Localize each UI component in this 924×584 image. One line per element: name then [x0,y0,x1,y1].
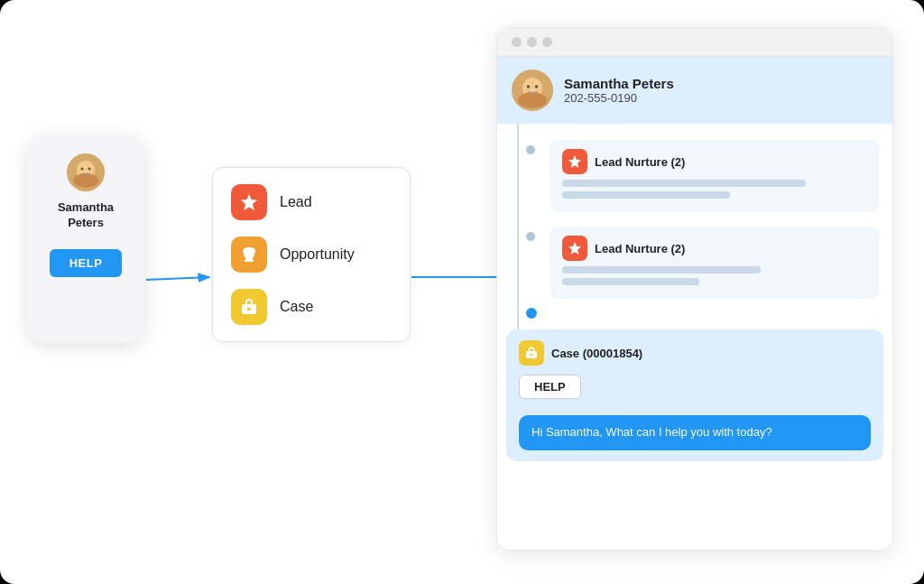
timeline-item-case-dot [497,306,892,320]
timeline-card-2-title: Lead Nurture (2) [595,242,685,255]
timeline-lead-icon-1 [562,149,587,174]
case-icon [231,289,267,325]
timeline-item-2: Lead Nurture (2) [497,219,892,306]
case-label: Case [280,299,313,315]
timeline-card-2: Lead Nurture (2) [550,227,880,299]
crm-name-block: Samantha Peters 202-555-0190 [564,76,674,105]
crm-contact-header: Samantha Peters 202-555-0190 [497,57,892,124]
crm-timeline: Lead Nurture (2) [497,124,892,329]
lead-icon [231,184,267,220]
case-section-icon [519,340,544,366]
browser-window: Samantha Peters 202-555-0190 [496,27,893,551]
svg-marker-7 [241,194,257,210]
scene: Samantha Peters HELP Lead Opportunity [0,0,924,584]
svg-point-14 [518,92,547,108]
timeline-dot-2 [524,230,537,243]
timeline-card-1-line-1 [562,180,806,187]
case-reply-bubble: Hi Samantha, What can I help you with to… [519,415,871,450]
timeline-lead-icon-2 [562,236,587,261]
menu-item-lead[interactable]: Lead [231,184,392,220]
crm-contact-name: Samantha Peters [564,76,674,91]
lead-label: Lead [280,194,312,210]
phone-contact-name: Samantha Peters [40,200,132,231]
timeline-dot-active [524,306,539,320]
browser-dot-3 [542,37,552,47]
opportunity-icon [231,236,267,273]
timeline-card-2-header: Lead Nurture (2) [562,236,867,261]
browser-dot-1 [512,37,522,47]
phone-help-button[interactable]: HELP [50,249,123,277]
svg-point-4 [73,173,98,188]
case-section: Case (00001854) HELP Hi Samantha, What c… [506,329,883,461]
svg-marker-17 [568,155,581,168]
svg-point-15 [527,85,530,88]
case-help-button: HELP [519,375,581,399]
svg-marker-18 [568,242,581,255]
svg-point-6 [88,168,91,171]
svg-rect-9 [245,260,254,262]
crm-avatar [512,70,553,111]
timeline-card-1-header: Lead Nurture (2) [562,149,867,174]
browser-dot-2 [527,37,537,47]
menu-item-opportunity[interactable]: Opportunity [231,236,392,273]
crm-content: Samantha Peters 202-555-0190 [497,57,892,470]
crm-contact-phone: 202-555-0190 [564,91,674,105]
case-header: Case (00001854) [519,340,871,366]
timeline-card-1-title: Lead Nurture (2) [595,155,685,169]
browser-chrome [497,28,892,57]
timeline-card-2-line-2 [562,278,699,285]
timeline-dot-1 [524,144,537,156]
svg-rect-8 [245,257,253,260]
case-section-title: Case (00001854) [551,347,642,360]
phone-avatar [67,153,105,191]
svg-line-1 [146,277,209,280]
svg-rect-20 [531,354,533,356]
svg-point-16 [535,85,538,88]
svg-rect-11 [247,308,251,311]
phone-mockup: Samantha Peters HELP [27,135,144,343]
timeline-item-1: Lead Nurture (2) [497,133,892,219]
timeline-card-1: Lead Nurture (2) [550,140,880,212]
opportunity-label: Opportunity [280,246,355,263]
timeline-card-1-line-2 [562,191,730,199]
svg-point-5 [81,168,84,171]
timeline-card-2-line-1 [562,266,761,273]
menu-item-case[interactable]: Case [231,289,392,325]
record-type-menu: Lead Opportunity Case [212,167,411,342]
